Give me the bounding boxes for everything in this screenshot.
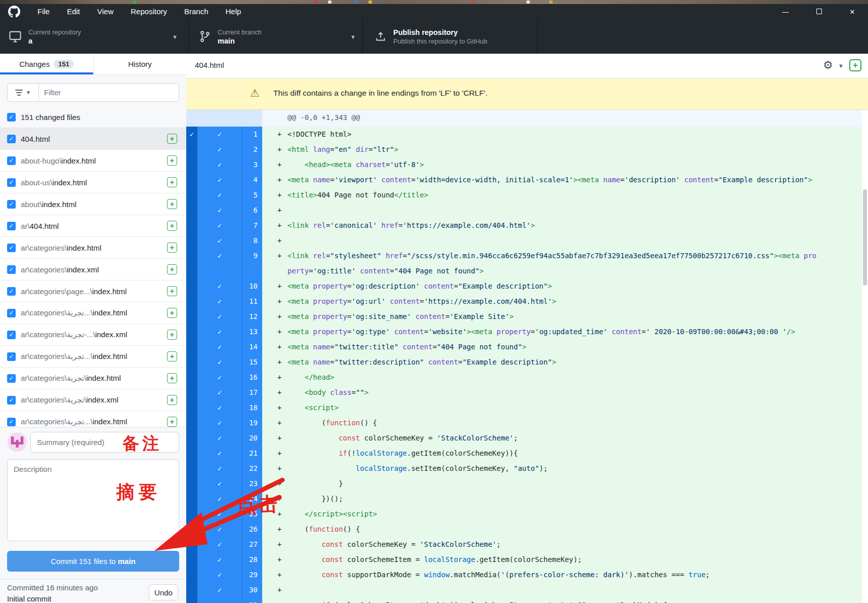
- hunk-select-gutter[interactable]: [186, 263, 197, 278]
- hunk-select-gutter[interactable]: [186, 415, 197, 430]
- hunk-select-gutter[interactable]: [186, 597, 197, 603]
- hunk-select-gutter[interactable]: [186, 446, 197, 461]
- menu-item-help[interactable]: Help: [226, 4, 241, 19]
- hunk-select-gutter[interactable]: [186, 157, 197, 172]
- commit-description-textarea[interactable]: [7, 459, 179, 541]
- hunk-select-gutter[interactable]: [186, 248, 197, 263]
- line-select-checkmark[interactable]: ✓: [197, 400, 242, 415]
- hunk-select-gutter[interactable]: [186, 400, 197, 415]
- undo-button[interactable]: Undo: [149, 584, 178, 600]
- line-select-checkmark[interactable]: ✓: [197, 370, 242, 385]
- file-checkbox[interactable]: ✓: [7, 418, 16, 426]
- hunk-select-gutter[interactable]: [186, 385, 197, 400]
- hunk-select-gutter[interactable]: [186, 294, 197, 309]
- menu-item-repository[interactable]: Repository: [131, 4, 167, 19]
- hunk-select-gutter[interactable]: [186, 506, 197, 521]
- commit-summary-input[interactable]: [30, 432, 179, 453]
- select-all-row[interactable]: ✓ 151 changed files: [0, 107, 186, 128]
- line-select-checkmark[interactable]: ✓: [197, 187, 242, 203]
- menu-item-edit[interactable]: Edit: [67, 4, 80, 19]
- file-row[interactable]: ✓ar\categories\تجربة...\index.html+: [0, 302, 186, 324]
- line-select-checkmark[interactable]: ✓: [197, 203, 242, 218]
- line-select-checkmark[interactable]: ✓: [197, 233, 242, 248]
- file-row[interactable]: ✓ar\categories\تجربة-...\index.xml+: [0, 324, 186, 346]
- hunk-select-gutter[interactable]: [186, 278, 197, 294]
- line-select-checkmark[interactable]: ✓: [197, 324, 242, 339]
- file-checkbox[interactable]: ✓: [7, 331, 16, 339]
- file-checkbox[interactable]: ✓: [7, 156, 16, 165]
- file-checkbox[interactable]: ✓: [7, 135, 16, 143]
- file-row[interactable]: ✓ar\categories\index.xml+: [0, 259, 186, 280]
- line-select-checkmark[interactable]: ✓: [197, 354, 242, 370]
- hunk-select-gutter[interactable]: [186, 187, 197, 203]
- diff-scrollbar[interactable]: [862, 110, 868, 603]
- file-row[interactable]: ✓ar\categories\تجربة\index.xml+: [0, 389, 186, 411]
- scrollbar-thumb[interactable]: [863, 189, 867, 286]
- tab-history[interactable]: History: [93, 54, 186, 74]
- file-row[interactable]: ✓about-us\index.html+: [0, 172, 186, 193]
- line-select-checkmark[interactable]: ✓: [197, 491, 242, 506]
- hunk-select-gutter[interactable]: [186, 476, 197, 491]
- hunk-header[interactable]: @@ -0,0 +1,343 @@: [186, 110, 862, 127]
- line-select-checkmark[interactable]: ✓: [197, 476, 242, 491]
- hunk-select-gutter[interactable]: [186, 567, 197, 582]
- file-checkbox[interactable]: ✓: [7, 352, 16, 361]
- hunk-select-gutter[interactable]: [186, 339, 197, 354]
- filter-options-button[interactable]: ▼: [7, 83, 38, 102]
- line-select-checkmark[interactable]: ✓: [197, 506, 242, 521]
- minimize-button[interactable]: —: [780, 8, 791, 16]
- hunk-select-gutter[interactable]: [186, 203, 197, 218]
- menu-item-view[interactable]: View: [97, 4, 113, 19]
- current-branch-button[interactable]: Current branch main ▼: [189, 19, 363, 54]
- file-row[interactable]: ✓about-hugo\index.html+: [0, 150, 186, 172]
- hunk-select-gutter[interactable]: [186, 461, 197, 476]
- hunk-select-gutter[interactable]: [186, 521, 197, 537]
- line-select-checkmark[interactable]: ✓: [197, 294, 242, 309]
- file-checkbox[interactable]: ✓: [7, 309, 16, 317]
- hunk-select-gutter[interactable]: [186, 233, 197, 248]
- line-select-checkmark[interactable]: ✓: [197, 172, 242, 187]
- line-select-checkmark[interactable]: ✓: [197, 385, 242, 400]
- file-row[interactable]: ✓about\index.html+: [0, 193, 186, 215]
- file-row[interactable]: ✓ar\404.html+: [0, 215, 186, 237]
- line-select-checkmark[interactable]: ✓: [197, 521, 242, 537]
- file-checkbox[interactable]: ✓: [7, 178, 16, 187]
- file-row[interactable]: ✓ar\categories\page...\index.html+: [0, 280, 186, 302]
- menu-item-file[interactable]: File: [37, 4, 50, 19]
- line-select-checkmark[interactable]: [197, 263, 242, 278]
- line-select-checkmark[interactable]: ✓: [197, 339, 242, 354]
- hunk-select-gutter[interactable]: [186, 370, 197, 385]
- select-all-checkbox[interactable]: ✓: [7, 113, 16, 122]
- line-select-checkmark[interactable]: ✓: [197, 309, 242, 324]
- hunk-select-gutter[interactable]: [186, 218, 197, 233]
- line-select-checkmark[interactable]: ✓: [197, 446, 242, 461]
- line-select-checkmark[interactable]: ✓: [197, 461, 242, 476]
- file-checkbox[interactable]: ✓: [7, 374, 16, 383]
- file-checkbox[interactable]: ✓: [7, 287, 16, 296]
- line-select-checkmark[interactable]: ✓: [197, 552, 242, 567]
- current-repository-button[interactable]: Current repository a ▼: [0, 19, 189, 54]
- close-button[interactable]: ✕: [847, 8, 858, 16]
- line-select-checkmark[interactable]: ✓: [197, 537, 242, 552]
- hunk-select-gutter[interactable]: ✓: [186, 127, 197, 142]
- file-row[interactable]: ✓ar\categories\index.html+: [0, 237, 186, 259]
- publish-repository-button[interactable]: Publish repository Publish this reposito…: [363, 19, 538, 54]
- hunk-select-gutter[interactable]: [186, 582, 197, 597]
- line-select-checkmark[interactable]: ✓: [197, 142, 242, 157]
- filter-input[interactable]: [38, 83, 179, 102]
- line-select-checkmark[interactable]: ✓: [197, 415, 242, 430]
- file-row[interactable]: ✓ar\categories\تجربة\index.html+: [0, 368, 186, 389]
- file-checkbox[interactable]: ✓: [7, 222, 16, 230]
- file-row[interactable]: ✓404.html+: [0, 128, 186, 150]
- hunk-select-gutter[interactable]: [186, 537, 197, 552]
- line-select-checkmark[interactable]: ✓: [197, 157, 242, 172]
- line-select-checkmark[interactable]: ✓: [197, 248, 242, 263]
- line-select-checkmark[interactable]: ✓: [197, 597, 242, 603]
- line-select-checkmark[interactable]: ✓: [197, 582, 242, 597]
- gear-icon[interactable]: ⚙: [823, 59, 833, 72]
- file-row[interactable]: ✓ar\categories\تجربة...\index.html+: [0, 411, 186, 427]
- tab-changes[interactable]: Changes 151: [0, 54, 93, 74]
- hunk-select-gutter[interactable]: [186, 430, 197, 446]
- hunk-select-gutter[interactable]: [186, 142, 197, 157]
- commit-button[interactable]: Commit 151 files to main: [7, 551, 179, 572]
